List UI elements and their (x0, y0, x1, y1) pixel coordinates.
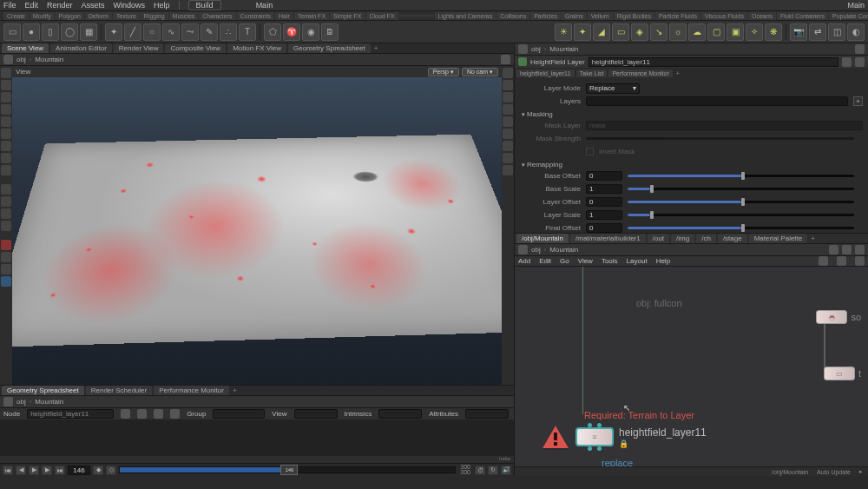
tab-geo-spreadsheet[interactable]: Geometry Spreadsheet (2, 386, 84, 395)
geo-intrinsics-field[interactable] (378, 409, 422, 419)
timeline-key-right-icon[interactable]: ◇ (106, 466, 116, 475)
light-mode-icon[interactable] (503, 92, 513, 102)
tool-platonic-icon[interactable]: ⬠ (264, 23, 281, 41)
vis-icon[interactable] (1, 240, 11, 250)
ctx-tab[interactable]: /stage (718, 234, 747, 243)
tab-composite[interactable]: Composite View (165, 43, 226, 53)
shade-mode-icon[interactable] (503, 80, 513, 90)
handle-tool-icon[interactable] (1, 116, 11, 127)
base-offset-slider[interactable] (628, 175, 854, 177)
node-output-2[interactable] (597, 446, 602, 451)
switcher-icon[interactable]: ⇄ (809, 23, 826, 41)
detail-icon[interactable] (170, 409, 180, 419)
menu-render[interactable]: Render (47, 1, 73, 10)
tool-metaball-icon[interactable]: ◉ (302, 23, 319, 41)
shelf-tab[interactable]: Simple FX (330, 12, 365, 20)
audio-icon[interactable] (1, 264, 11, 274)
tab-render-view[interactable]: Render View (114, 43, 164, 53)
context-main[interactable]: Main (256, 1, 273, 10)
light-gi-icon[interactable]: ✧ (746, 23, 763, 41)
pin-icon[interactable] (518, 44, 528, 54)
heightfield-layer-node[interactable]: ≡ (575, 427, 614, 446)
layer-scale-slider[interactable] (628, 214, 854, 216)
ctx-tab[interactable]: /obj/Mountain (516, 234, 569, 243)
tool-curve-icon[interactable]: ∿ (162, 23, 180, 41)
light-spot-icon[interactable]: ◢ (593, 23, 610, 41)
tool-grid-icon[interactable]: ▦ (80, 23, 97, 41)
layer-scale-input[interactable]: 1 (586, 210, 622, 220)
rotate-tool-icon[interactable] (1, 92, 11, 102)
snap-icon[interactable] (837, 256, 846, 266)
ambient-occ-icon[interactable]: ◐ (847, 23, 865, 41)
view-tool-icon[interactable] (1, 141, 11, 151)
ghost-node-1[interactable]: ◓ (816, 310, 847, 324)
ghost-node-2[interactable]: ▭ (824, 367, 855, 380)
light-portal-icon[interactable]: ▢ (707, 23, 725, 41)
param-path-node[interactable]: Mountain (549, 45, 578, 53)
tool-sphere-icon[interactable]: ● (23, 23, 40, 41)
param-gear-icon[interactable] (855, 44, 865, 54)
shelf-tab[interactable]: Collisions (496, 12, 529, 20)
tool-spray-icon[interactable]: ∴ (220, 23, 237, 41)
timeline-track[interactable]: 146 (119, 466, 456, 473)
verts-icon[interactable] (137, 409, 147, 419)
layer-mode-select[interactable]: Replace▾ (586, 83, 640, 94)
param-tab-perf[interactable]: Performance Monitor (608, 69, 672, 77)
section-remapping[interactable]: Remapping (520, 161, 863, 169)
mask-layer-input[interactable]: mask (586, 121, 863, 130)
tool-null-icon[interactable]: ✦ (105, 23, 122, 41)
shelf-tab[interactable]: Viscous Fluids (701, 12, 747, 20)
tab-anim-editor[interactable]: Animation Editor (50, 43, 112, 53)
light-env-icon[interactable]: ☼ (669, 23, 687, 41)
net-menu-go[interactable]: Go (560, 257, 569, 265)
geo-view-field[interactable] (294, 409, 338, 419)
menu-edit[interactable]: Edit (25, 1, 39, 10)
net-menu-tools[interactable]: Tools (602, 257, 618, 265)
status-update-mode[interactable]: Auto Update (817, 469, 851, 475)
light-volume-icon[interactable]: ▣ (727, 23, 744, 41)
menu-file[interactable]: File (3, 1, 16, 10)
timeline-loop-icon[interactable]: ↻ (488, 466, 498, 475)
net-find-icon[interactable] (829, 245, 838, 254)
timeline-playhead[interactable]: 146 (280, 465, 298, 475)
stereo-cam-icon[interactable]: ◫ (828, 23, 845, 41)
shelf-tab[interactable]: Modify (30, 12, 55, 20)
network-canvas[interactable]: obj: fullcon ◓ so ▭ t ↖ Required: Terrai… (515, 267, 868, 466)
final-offset-slider[interactable] (628, 227, 854, 229)
radial-menu-icon[interactable] (1, 252, 11, 262)
tab-perf-mon[interactable]: Performance Monitor (154, 386, 229, 395)
move-tool-icon[interactable] (1, 80, 11, 90)
net-menu-help[interactable]: Help (656, 257, 670, 265)
pin-icon[interactable] (3, 397, 13, 406)
light-caustic-icon[interactable]: ❋ (765, 23, 782, 41)
shelf-tab[interactable]: Cloud FX (365, 12, 398, 20)
context-main-right[interactable]: Main (847, 1, 865, 10)
timeline-play-icon[interactable]: ▶ (29, 466, 39, 475)
ctx-tab[interactable]: /mat/materialbuilder1 (570, 234, 646, 243)
path-obj[interactable]: obj (16, 56, 26, 63)
add-layer-button[interactable]: + (853, 96, 863, 106)
node-input-2[interactable] (597, 423, 602, 427)
net-path-node[interactable]: Mountain (549, 246, 578, 254)
shelf-tab[interactable]: Texture (113, 12, 140, 20)
layout-icon[interactable] (819, 256, 828, 266)
timeline-first-icon[interactable]: ⏮ (3, 466, 13, 475)
shelf-tab[interactable]: Deform (85, 12, 112, 20)
final-offset-input[interactable]: 0 (586, 223, 622, 233)
camera-icon[interactable]: 📷 (790, 23, 807, 41)
viewport-persp-menu[interactable]: Persp ▾ (428, 68, 459, 76)
net-menu-add[interactable]: Add (518, 257, 530, 265)
timeline-prev-icon[interactable]: ◀ (16, 466, 26, 475)
tool-torus-icon[interactable]: ◯ (61, 23, 78, 41)
light-geo-icon[interactable]: ◈ (631, 23, 648, 41)
shelf-tab[interactable]: Muscles (169, 12, 199, 20)
light-area-icon[interactable]: ▭ (612, 23, 629, 41)
timeline-key-left-icon[interactable]: ◆ (93, 466, 103, 475)
net-tag-icon[interactable] (842, 245, 852, 254)
layer-offset-input[interactable]: 0 (586, 197, 622, 207)
pin-icon[interactable] (3, 55, 13, 64)
snap-point-icon[interactable] (1, 208, 11, 219)
tab-scene-view[interactable]: Scene View (2, 43, 49, 53)
status-cook-icon[interactable]: ▸ (859, 468, 863, 475)
snap-tool-icon[interactable] (1, 129, 11, 139)
